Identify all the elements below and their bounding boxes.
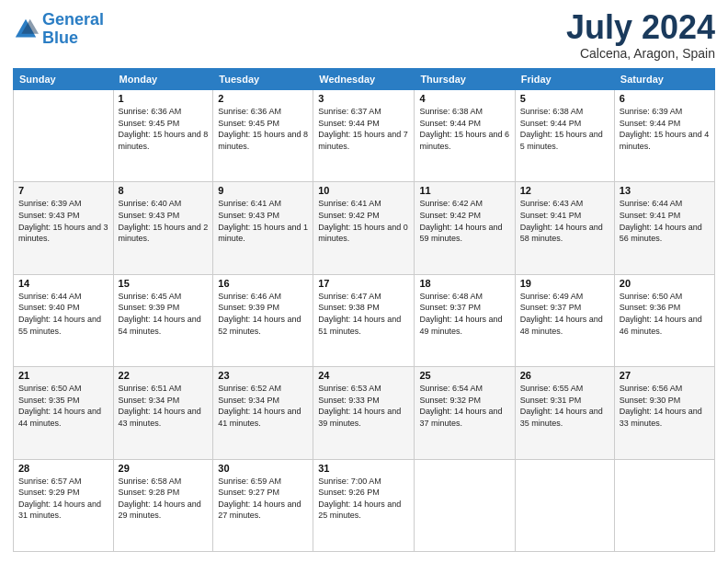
calendar-week-row: 1Sunrise: 6:36 AMSunset: 9:45 PMDaylight…	[14, 90, 715, 182]
table-cell: 10Sunrise: 6:41 AMSunset: 9:42 PMDayligh…	[313, 182, 415, 274]
location: Calcena, Aragon, Spain	[566, 46, 715, 61]
header-wednesday: Wednesday	[313, 69, 415, 90]
calendar-week-row: 7Sunrise: 6:39 AMSunset: 9:43 PMDaylight…	[14, 182, 715, 274]
day-number: 27	[620, 370, 710, 381]
table-cell: 9Sunrise: 6:41 AMSunset: 9:43 PMDaylight…	[213, 182, 313, 274]
logo-icon	[13, 17, 39, 42]
header-monday: Monday	[113, 69, 213, 90]
day-info: Sunrise: 6:41 AMSunset: 9:43 PMDaylight:…	[218, 198, 308, 244]
day-info: Sunrise: 6:44 AMSunset: 9:40 PMDaylight:…	[18, 291, 108, 337]
day-number: 21	[18, 370, 108, 381]
day-info: Sunrise: 6:54 AMSunset: 9:32 PMDaylight:…	[419, 383, 509, 429]
table-cell: 11Sunrise: 6:42 AMSunset: 9:42 PMDayligh…	[415, 182, 515, 274]
logo-line1: General	[42, 10, 104, 29]
table-cell: 19Sunrise: 6:49 AMSunset: 9:37 PMDayligh…	[515, 274, 614, 366]
day-info: Sunrise: 6:36 AMSunset: 9:45 PMDaylight:…	[119, 106, 209, 152]
day-info: Sunrise: 6:43 AMSunset: 9:41 PMDaylight:…	[520, 198, 609, 244]
table-cell: 4Sunrise: 6:38 AMSunset: 9:44 PMDaylight…	[415, 90, 515, 182]
day-number: 3	[318, 93, 409, 104]
day-info: Sunrise: 6:46 AMSunset: 9:39 PMDaylight:…	[218, 291, 308, 337]
table-cell: 12Sunrise: 6:43 AMSunset: 9:41 PMDayligh…	[515, 182, 614, 274]
table-cell: 15Sunrise: 6:45 AMSunset: 9:39 PMDayligh…	[113, 274, 213, 366]
table-cell: 18Sunrise: 6:48 AMSunset: 9:37 PMDayligh…	[415, 274, 515, 366]
table-cell: 20Sunrise: 6:50 AMSunset: 9:36 PMDayligh…	[614, 274, 714, 366]
table-cell: 8Sunrise: 6:40 AMSunset: 9:43 PMDaylight…	[113, 182, 213, 274]
day-info: Sunrise: 6:52 AMSunset: 9:34 PMDaylight:…	[218, 383, 308, 429]
day-info: Sunrise: 6:53 AMSunset: 9:33 PMDaylight:…	[318, 383, 409, 429]
header-tuesday: Tuesday	[213, 69, 313, 90]
table-cell: 31Sunrise: 7:00 AMSunset: 9:26 PMDayligh…	[313, 459, 415, 551]
day-number: 17	[318, 278, 409, 289]
day-number: 15	[119, 278, 209, 289]
table-cell: 25Sunrise: 6:54 AMSunset: 9:32 PMDayligh…	[415, 367, 515, 459]
logo-line2: Blue	[42, 29, 78, 47]
day-number: 7	[18, 185, 108, 196]
page: General Blue July 2024 Calcena, Aragon, …	[0, 0, 728, 563]
calendar-week-row: 28Sunrise: 6:57 AMSunset: 9:29 PMDayligh…	[14, 459, 715, 551]
day-info: Sunrise: 6:51 AMSunset: 9:34 PMDaylight:…	[119, 383, 209, 429]
table-cell: 5Sunrise: 6:38 AMSunset: 9:44 PMDaylight…	[515, 90, 614, 182]
title-block: July 2024 Calcena, Aragon, Spain	[566, 11, 715, 61]
day-number: 9	[218, 185, 308, 196]
calendar-week-row: 21Sunrise: 6:50 AMSunset: 9:35 PMDayligh…	[14, 367, 715, 459]
table-cell: 13Sunrise: 6:44 AMSunset: 9:41 PMDayligh…	[614, 182, 714, 274]
day-info: Sunrise: 6:41 AMSunset: 9:42 PMDaylight:…	[318, 198, 409, 244]
header-friday: Friday	[515, 69, 614, 90]
table-cell: 22Sunrise: 6:51 AMSunset: 9:34 PMDayligh…	[113, 367, 213, 459]
day-info: Sunrise: 6:56 AMSunset: 9:30 PMDaylight:…	[620, 383, 710, 429]
table-cell: 29Sunrise: 6:58 AMSunset: 9:28 PMDayligh…	[113, 459, 213, 551]
day-info: Sunrise: 6:39 AMSunset: 9:44 PMDaylight:…	[620, 106, 710, 152]
day-number: 8	[119, 185, 209, 196]
day-number: 31	[318, 463, 409, 474]
day-info: Sunrise: 6:50 AMSunset: 9:35 PMDaylight:…	[18, 383, 108, 429]
day-info: Sunrise: 6:47 AMSunset: 9:38 PMDaylight:…	[318, 291, 409, 337]
day-info: Sunrise: 6:40 AMSunset: 9:43 PMDaylight:…	[119, 198, 209, 244]
table-cell: 16Sunrise: 6:46 AMSunset: 9:39 PMDayligh…	[213, 274, 313, 366]
table-cell	[614, 459, 714, 551]
table-cell: 28Sunrise: 6:57 AMSunset: 9:29 PMDayligh…	[14, 459, 114, 551]
day-number: 1	[119, 93, 209, 104]
day-number: 23	[218, 370, 308, 381]
day-info: Sunrise: 6:55 AMSunset: 9:31 PMDaylight:…	[520, 383, 609, 429]
day-info: Sunrise: 6:42 AMSunset: 9:42 PMDaylight:…	[419, 198, 509, 244]
table-cell: 17Sunrise: 6:47 AMSunset: 9:38 PMDayligh…	[313, 274, 415, 366]
day-number: 5	[520, 93, 609, 104]
day-number: 11	[419, 185, 509, 196]
day-number: 20	[620, 278, 710, 289]
day-info: Sunrise: 6:37 AMSunset: 9:44 PMDaylight:…	[318, 106, 409, 152]
day-info: Sunrise: 6:50 AMSunset: 9:36 PMDaylight:…	[620, 291, 710, 337]
logo: General Blue	[13, 11, 104, 48]
day-number: 16	[218, 278, 308, 289]
day-number: 19	[520, 278, 609, 289]
day-number: 2	[218, 93, 308, 104]
header: General Blue July 2024 Calcena, Aragon, …	[13, 11, 715, 61]
header-thursday: Thursday	[415, 69, 515, 90]
table-cell: 14Sunrise: 6:44 AMSunset: 9:40 PMDayligh…	[14, 274, 114, 366]
day-info: Sunrise: 6:58 AMSunset: 9:28 PMDaylight:…	[119, 476, 209, 522]
day-number: 4	[419, 93, 509, 104]
day-number: 24	[318, 370, 409, 381]
table-cell: 7Sunrise: 6:39 AMSunset: 9:43 PMDaylight…	[14, 182, 114, 274]
header-sunday: Sunday	[14, 69, 114, 90]
table-cell	[14, 90, 114, 182]
day-info: Sunrise: 7:00 AMSunset: 9:26 PMDaylight:…	[318, 476, 409, 522]
logo-text: General Blue	[42, 11, 104, 48]
table-cell: 3Sunrise: 6:37 AMSunset: 9:44 PMDaylight…	[313, 90, 415, 182]
day-number: 18	[419, 278, 509, 289]
day-number: 28	[18, 463, 108, 474]
day-number: 13	[620, 185, 710, 196]
day-info: Sunrise: 6:39 AMSunset: 9:43 PMDaylight:…	[18, 198, 108, 244]
table-cell: 27Sunrise: 6:56 AMSunset: 9:30 PMDayligh…	[614, 367, 714, 459]
day-number: 6	[620, 93, 710, 104]
calendar-week-row: 14Sunrise: 6:44 AMSunset: 9:40 PMDayligh…	[14, 274, 715, 366]
day-number: 12	[520, 185, 609, 196]
calendar-table: Sunday Monday Tuesday Wednesday Thursday…	[13, 68, 715, 552]
table-cell: 6Sunrise: 6:39 AMSunset: 9:44 PMDaylight…	[614, 90, 714, 182]
day-number: 22	[119, 370, 209, 381]
table-cell	[415, 459, 515, 551]
day-info: Sunrise: 6:45 AMSunset: 9:39 PMDaylight:…	[119, 291, 209, 337]
day-info: Sunrise: 6:57 AMSunset: 9:29 PMDaylight:…	[18, 476, 108, 522]
table-cell: 23Sunrise: 6:52 AMSunset: 9:34 PMDayligh…	[213, 367, 313, 459]
day-number: 10	[318, 185, 409, 196]
table-cell: 30Sunrise: 6:59 AMSunset: 9:27 PMDayligh…	[213, 459, 313, 551]
